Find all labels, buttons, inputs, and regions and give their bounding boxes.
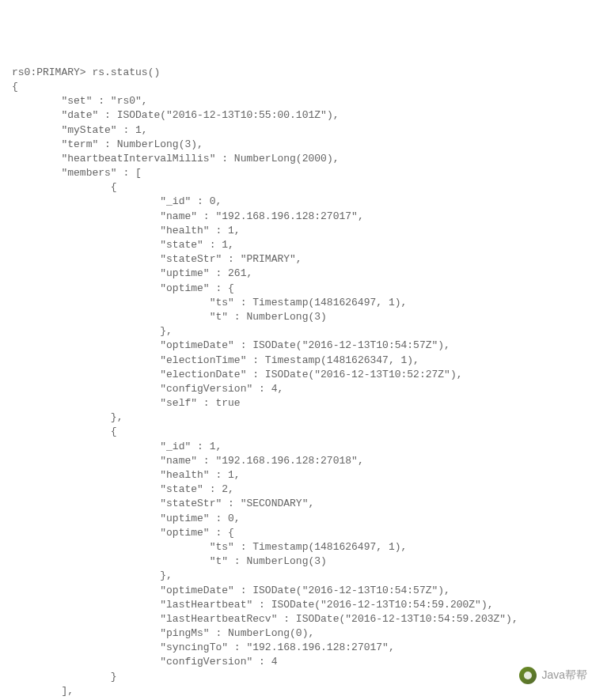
- member-open-2: {: [111, 426, 117, 437]
- watermark-text: Java帮帮: [541, 668, 587, 683]
- m1-optime-ts: "ts" : Timestamp(1481626497, 1),: [210, 541, 408, 553]
- m0-name: "name" : "192.168.196.128:27017",: [160, 210, 363, 222]
- m0-optime-ts: "ts" : Timestamp(1481626497, 1),: [210, 297, 408, 308]
- member-close: }: [111, 671, 117, 683]
- m0-configversion: "configVersion" : 4,: [160, 383, 283, 395]
- array-close: ],: [61, 685, 74, 697]
- m0-optimedate: "optimeDate" : ISODate("2016-12-13T10:54…: [160, 339, 450, 351]
- m0-electiondate: "electionDate" : ISODate("2016-12-13T10:…: [160, 369, 462, 380]
- m0-id: "_id" : 0,: [160, 195, 222, 207]
- field-set: "set" : "rs0",: [61, 95, 147, 107]
- terminal-output: rs0:PRIMARY> rs.status() { "set" : "rs0"…: [12, 66, 595, 700]
- field-heartbeat: "heartbeatIntervalMillis" : NumberLong(2…: [61, 153, 339, 165]
- m1-pingms: "pingMs" : NumberLong(0),: [160, 627, 314, 639]
- field-mystate: "myState" : 1,: [61, 124, 147, 136]
- m1-optime-t: "t" : NumberLong(3): [210, 555, 327, 567]
- m1-optime-open: "optime" : {: [160, 527, 234, 539]
- m1-state: "state" : 2,: [160, 483, 234, 495]
- m0-health: "health" : 1,: [160, 225, 240, 236]
- m1-syncingto: "syncingTo" : "192.168.196.128:27017",: [160, 641, 394, 653]
- m1-statestr: "stateStr" : "SECONDARY",: [160, 498, 314, 509]
- prompt-line: rs0:PRIMARY> rs.status(): [12, 66, 160, 78]
- m0-uptime: "uptime" : 261,: [160, 267, 252, 279]
- m0-state: "state" : 1,: [160, 239, 234, 251]
- m0-self: "self" : true: [160, 397, 240, 409]
- m1-name: "name" : "192.168.196.128:27018",: [160, 455, 363, 467]
- field-date: "date" : ISODate("2016-12-13T10:55:00.10…: [61, 109, 339, 121]
- m1-optimedate: "optimeDate" : ISODate("2016-12-13T10:54…: [160, 585, 450, 596]
- m1-uptime: "uptime" : 0,: [160, 513, 240, 524]
- field-term: "term" : NumberLong(3),: [61, 138, 203, 150]
- m1-health: "health" : 1,: [160, 469, 240, 481]
- m0-statestr: "stateStr" : "PRIMARY",: [160, 253, 302, 265]
- m1-lastheartbeatrecv: "lastHeartbeatRecv" : ISODate("2016-12-1…: [160, 613, 518, 625]
- member-open: {: [111, 181, 117, 193]
- watermark: Java帮帮: [519, 667, 587, 684]
- m0-optime-t: "t" : NumberLong(3): [210, 311, 327, 323]
- optime-close-2: },: [160, 569, 173, 581]
- m1-lastheartbeat: "lastHeartbeat" : ISODate("2016-12-13T10…: [160, 599, 493, 611]
- m0-electiontime: "electionTime" : Timestamp(1481626347, 1…: [160, 354, 419, 366]
- member-close-comma: },: [111, 411, 123, 423]
- m0-optime-open: "optime" : {: [160, 282, 234, 294]
- optime-close: },: [160, 325, 173, 337]
- m1-configversion: "configVersion" : 4: [160, 656, 277, 668]
- field-members: "members" : [: [61, 167, 141, 179]
- wechat-icon: [519, 667, 537, 684]
- brace-open: {: [12, 81, 18, 93]
- m1-id: "_id" : 1,: [160, 441, 222, 452]
